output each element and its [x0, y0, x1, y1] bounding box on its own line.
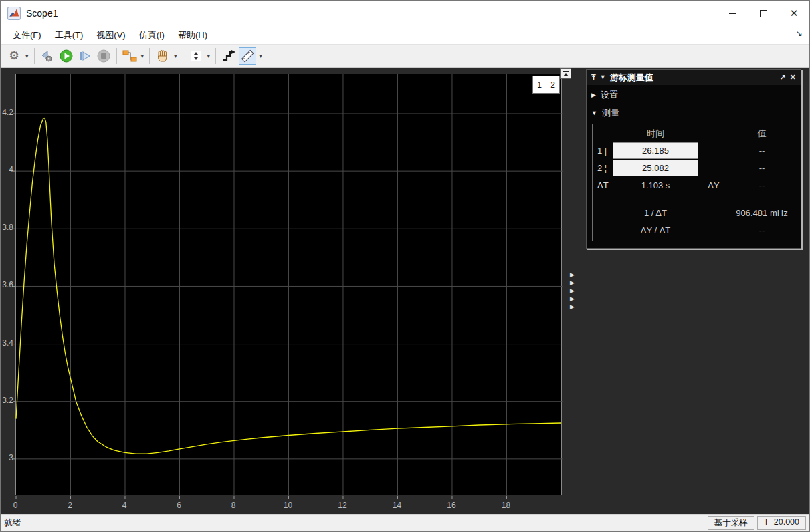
menu-help[interactable]: 帮助(H) [171, 27, 214, 44]
cursor-1-row: 1 | 26.185 -- [593, 142, 795, 159]
pan-dropdown[interactable]: ▾ [172, 53, 179, 59]
cursor-measurements-button[interactable] [239, 47, 256, 65]
y-tick-label: 3.4 [1, 338, 13, 348]
stop-icon [96, 49, 111, 63]
pin-icon[interactable]: Ŧ [591, 74, 596, 81]
fit-dropdown[interactable]: ▾ [205, 53, 213, 59]
hand-icon [155, 49, 170, 63]
trigger-icon [221, 49, 236, 63]
one-over-dt-value: 906.481 mHz [729, 208, 795, 218]
pan-button[interactable] [154, 47, 171, 65]
status-text: 就绪 [4, 517, 21, 529]
dock-panel-button[interactable] [560, 68, 571, 79]
x-tick-label: 18 [492, 501, 519, 510]
chevron-down-icon: ▼ [591, 110, 597, 116]
scope-window: Scope1 ✕ 文件(F) 工具(T) 视图(V) 仿真(I) 帮助(H) ↘… [0, 0, 810, 532]
panel-title-bar: Ŧ ▼ 游标测量值 ↗ ✕ [587, 70, 801, 85]
time-column-header: 时间 [613, 128, 698, 140]
signal-chart [16, 74, 563, 496]
cursor-1-time-input[interactable]: 26.185 [613, 142, 698, 159]
measurements-section-toggle[interactable]: ▼ 测量 [587, 105, 801, 121]
step-forward-icon [78, 49, 92, 63]
value-column-header: 值 [729, 128, 795, 140]
measurements-table: 时间 值 1 | 26.185 -- 2 ¦ 25.082 -- [592, 124, 795, 241]
cursor-2-label[interactable]: 2 [546, 76, 560, 94]
title-bar: Scope1 ✕ [1, 1, 809, 26]
dock-up-icon [563, 71, 569, 72]
minimize-button[interactable] [717, 1, 748, 26]
fit-to-view-icon [189, 49, 203, 63]
settings-section-label: 设置 [601, 89, 618, 101]
y-tick-label: 4.2 [1, 108, 13, 117]
step-back-icon [39, 49, 56, 63]
frequency-row: 1 / ΔT 906.481 mHz [593, 204, 795, 221]
toolbar-separator [149, 48, 150, 64]
cursor-1-label[interactable]: 1 [532, 76, 546, 94]
close-button[interactable]: ✕ [779, 1, 809, 26]
menu-bar: 文件(F) 工具(T) 视图(V) 仿真(I) 帮助(H) ↘ [1, 26, 809, 45]
plot-area[interactable] [15, 74, 562, 495]
undock-panel-icon[interactable]: ↗ [780, 74, 786, 81]
simulink-blocks-icon [122, 49, 138, 63]
simulink-dropdown[interactable]: ▾ [139, 53, 146, 59]
menu-file[interactable]: 文件(F) [6, 27, 48, 44]
delta-row: ΔT 1.103 s ΔY -- [593, 176, 795, 194]
x-tick-label: 14 [383, 501, 410, 510]
y-tick-label: 3 [1, 453, 13, 462]
toolbar-separator [183, 48, 183, 64]
panel-title: 游标测量值 [610, 72, 653, 84]
run-button[interactable] [58, 47, 75, 65]
menu-view[interactable]: 视图(V) [90, 27, 132, 44]
toolbar-separator [215, 48, 216, 64]
toolbar-separator [34, 48, 35, 64]
x-tick-label: 2 [56, 501, 83, 510]
panel-splitter-handle[interactable]: ▶ ▶ ▶ ▶ ▶ [570, 272, 575, 310]
close-panel-icon[interactable]: ✕ [790, 74, 796, 81]
collapse-panel-icon[interactable]: ▼ [600, 74, 606, 80]
dy-over-dt-value: -- [729, 225, 795, 235]
cursor-2-row: 2 ¦ 25.082 -- [593, 159, 795, 176]
cursor-1-marker: 1 | [593, 146, 613, 156]
menu-tools[interactable]: 工具(T) [48, 27, 90, 44]
step-forward-button[interactable] [76, 47, 94, 65]
splitter-arrow-icon: ▶ [570, 304, 575, 310]
maximize-icon [760, 10, 767, 17]
delta-t-value: 1.103 s [613, 180, 698, 190]
menu-simulation[interactable]: 仿真(I) [132, 27, 171, 44]
scope-canvas-area: 33.23.43.63.844.2 024681012141618 1 2 ▶ … [1, 68, 809, 514]
cursor-2-value: -- [729, 163, 795, 173]
cursor-dropdown[interactable]: ▾ [257, 53, 264, 59]
settings-section-toggle[interactable]: ▶ 设置 [587, 87, 801, 103]
splitter-arrow-icon: ▶ [570, 296, 575, 302]
maximize-button[interactable] [748, 1, 779, 26]
stop-button[interactable] [95, 47, 112, 65]
trigger-button[interactable] [220, 47, 237, 65]
settings-dropdown[interactable]: ▾ [23, 53, 31, 59]
slope-row: ΔY / ΔT -- [593, 221, 795, 239]
sim-time-indicator: T=20.000 [757, 516, 806, 530]
y-tick-label: 3.6 [1, 280, 13, 289]
y-tick-label: 3.8 [1, 223, 13, 232]
window-title: Scope1 [26, 8, 58, 19]
status-bar: 就绪 基于采样 T=20.000 [1, 514, 809, 531]
x-tick-label: 4 [111, 501, 138, 510]
cursor-1-value: -- [729, 146, 795, 156]
fit-to-view-button[interactable] [187, 47, 205, 65]
window-controls: ✕ [717, 1, 809, 26]
simulink-snapshot-button[interactable] [121, 47, 138, 65]
app-scope-icon [7, 7, 21, 20]
step-back-button[interactable] [39, 47, 56, 65]
x-tick-label: 10 [274, 501, 301, 510]
settings-button[interactable]: ⚙ [5, 47, 23, 65]
minimize-icon [729, 13, 736, 14]
x-tick-label: 16 [438, 501, 465, 510]
x-tick-label: 8 [220, 501, 247, 510]
x-tick-label: 12 [329, 501, 356, 510]
dock-arrow-icon[interactable]: ↘ [796, 29, 803, 38]
splitter-arrow-icon: ▶ [570, 272, 575, 278]
delta-t-label: ΔT [593, 180, 613, 190]
cursor-2-time-input[interactable]: 25.082 [613, 160, 698, 176]
cursor-2-marker: 2 ¦ [593, 163, 613, 173]
delta-y-value: -- [729, 180, 795, 190]
close-icon: ✕ [790, 7, 799, 19]
